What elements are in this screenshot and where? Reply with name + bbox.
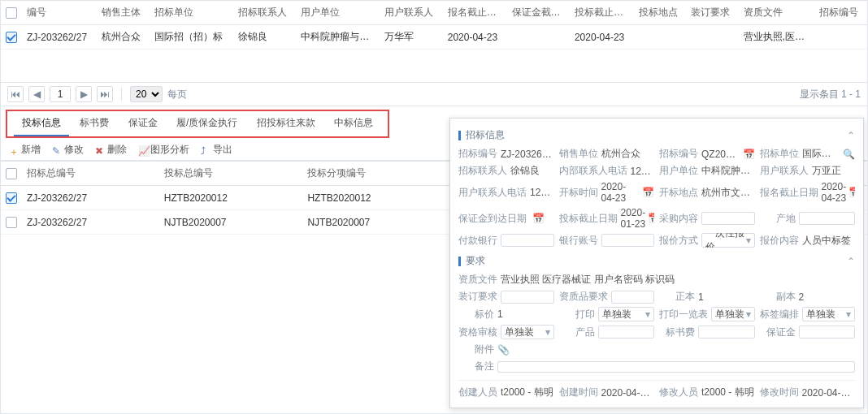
input[interactable] [799,326,856,339]
per-page-label: 每页 [167,88,187,101]
cell [507,25,570,50]
row-checkbox[interactable] [6,217,17,228]
input[interactable] [701,212,755,225]
calendar-icon[interactable]: 📅 [642,187,654,198]
plus-icon [9,145,19,155]
col-header[interactable]: 保证金截… [507,1,570,25]
col-header[interactable]: 报名截止… [443,1,507,25]
collapse-icon[interactable]: ⌃ [847,130,855,141]
val: 12345670910 [530,187,554,198]
page-size-select[interactable]: 20 [130,86,163,102]
page-number-input[interactable]: 1 [50,86,71,102]
id-link[interactable]: ZJ-203262/27 [22,25,97,50]
col-header[interactable]: 投标截止… [570,1,634,25]
add-button[interactable]: 新增 [9,143,41,157]
tab-bid-info[interactable]: 投标信息 [14,114,69,136]
cell-link[interactable]: 杭州合众 [97,25,149,50]
val: 人员中标签 [802,234,856,248]
next-page-button[interactable]: ▶ [76,86,92,102]
cell-link[interactable]: 万华军 [380,25,442,50]
cell: HZTB2020012 [302,186,446,210]
id-link[interactable]: ZJ-203262/27 [22,210,159,235]
col-header[interactable]: 投标地点 [634,1,686,25]
id-link[interactable]: ZJ-203262/27 [22,186,159,210]
col-header[interactable]: 招标联系人 [233,1,296,25]
export-button[interactable]: 导出 [201,143,232,157]
prev-page-button[interactable]: ◀ [28,86,45,102]
delete-button[interactable]: 删除 [95,143,127,157]
first-page-button[interactable]: ⏮ [7,86,24,102]
chart-button[interactable]: 图形分析 [138,143,189,157]
input[interactable] [611,291,655,304]
remark-input[interactable] [497,361,855,373]
pager: ⏮ ◀ 1 ▶ ⏭ 20 每页 显示条目 1 - 1 [1,82,867,106]
select[interactable]: 单独装▾ [711,307,755,321]
section-title: 要求 [466,254,485,268]
tab-doc-fee[interactable]: 标书费 [72,114,117,135]
col-header[interactable]: 编号 [22,1,97,25]
calendar-icon[interactable]: 📅 [648,213,654,224]
calendar-icon[interactable]: 📅 [532,213,545,224]
collapse-icon[interactable]: ⌃ [847,256,855,267]
select-all-checkbox[interactable] [6,168,17,179]
col-header[interactable]: 招标总编号 [22,162,159,186]
main-table: 编号 销售主体 招标单位 招标联系人 用户单位 用户联系人 报名截止… 保证金截… [1,1,867,50]
col-header[interactable]: 招标编号 [814,1,867,25]
input[interactable] [501,234,554,247]
cell-link[interactable]: 徐锦良 [233,25,296,50]
col-header[interactable]: 装订要求 [686,1,738,25]
input[interactable] [601,234,655,247]
val: t2000 - 韩明 [701,386,755,399]
col-header[interactable]: 招标单位 [150,1,233,25]
table-row[interactable]: ZJ-203262/27 杭州合众 国际招（招）标 徐锦良 中科院肿瘤与… 万华… [1,25,867,50]
row-checkbox[interactable] [6,32,17,43]
val: 2 [799,291,856,303]
select[interactable]: 单独装▾ [802,307,856,321]
col-header[interactable]: 用户单位 [296,1,380,25]
detail-panel: 招标信息 ⌃ 招标编号ZJ-203262/27 销售单位杭州合众 招标编号QZ2… [449,118,864,408]
search-icon[interactable]: 🔍 [843,149,855,160]
col-header[interactable]: 销售主体 [97,1,149,25]
tab-award-info[interactable]: 中标信息 [326,114,381,135]
val: 杭州市文三路90号东部软 [701,186,755,200]
select[interactable]: 一次性报价▾ [701,233,755,248]
cell [814,25,867,50]
calendar-icon[interactable]: 📅 [743,149,755,160]
input[interactable] [799,212,856,225]
calendar-icon[interactable]: 📅 [848,187,855,198]
tab-deposit[interactable]: 保证金 [120,114,166,135]
col-header[interactable]: 资质文件 [739,1,815,25]
val: 2020-04-26 03:31 [802,387,856,399]
paperclip-icon[interactable]: 📎 [497,344,510,356]
val: 2020-04-26 00:31 [601,387,655,399]
val: 万亚正 [812,164,856,178]
cell: NJTB2020007 [302,210,446,235]
input[interactable] [598,326,655,339]
chevron-down-icon: ▾ [645,308,650,320]
select[interactable]: 单独装▾ [501,325,554,339]
row-checkbox[interactable] [6,192,17,204]
select[interactable]: 单独装▾ [598,307,655,321]
main-header-row: 编号 销售主体 招标单位 招标联系人 用户单位 用户联系人 报名截止… 保证金截… [1,1,867,25]
select-all-checkbox[interactable] [6,7,17,19]
col-header[interactable]: 投标总编号 [159,162,303,186]
col-header[interactable]: 投标分项编号 [302,162,446,186]
date-value: 2020-01-23 [621,207,646,230]
section-header: 招标信息 ⌃ [458,128,855,142]
tab-bar: 投标信息 标书费 保证金 履/质保金执行 招投标往来款 中标信息 [6,110,389,138]
edit-button[interactable]: 修改 [52,143,84,157]
pager-summary: 显示条目 1 - 1 [800,88,861,101]
tab-transactions[interactable]: 招投标往来款 [249,114,323,135]
date-value: 2020-04-23 [601,181,640,204]
section-header: 要求 ⌃ [458,254,855,268]
chart-icon [138,145,148,155]
last-page-button[interactable]: ⏭ [97,86,113,102]
cell-link[interactable]: 国际招（招）标 [150,25,233,50]
cell-link[interactable]: 中科院肿瘤与… [296,25,380,50]
cell [634,25,686,50]
tab-perform-deposit[interactable]: 履/质保金执行 [168,114,245,135]
col-header[interactable]: 用户联系人 [380,1,442,25]
val: 国际招（招）标 [802,147,840,161]
input[interactable] [501,291,554,304]
input[interactable] [698,326,755,339]
